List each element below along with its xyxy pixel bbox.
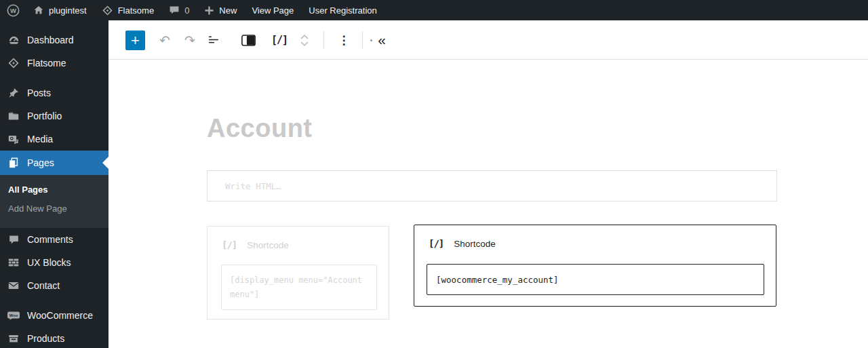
shortcode-icon: [/] xyxy=(222,239,237,250)
pages-submenu: All Pages Add New Page xyxy=(0,175,108,228)
wordpress-logo-icon: W xyxy=(7,4,20,17)
sidebar-item-label: UX Blocks xyxy=(27,257,71,268)
wordpress-menu[interactable]: W xyxy=(0,0,26,20)
sidebar-item-label: Pages xyxy=(27,157,54,168)
flatsome-diamond-icon xyxy=(7,56,20,70)
shortcode-textarea[interactable]: [display_menu menu="Account menu"] xyxy=(221,265,377,310)
sidebar-item-media[interactable]: Media xyxy=(0,128,108,151)
shortcode-block-header: [/] Shortcode xyxy=(429,238,496,249)
comments-bubble-icon xyxy=(7,233,20,246)
admin-bar: W plugintest Flatsome xyxy=(0,0,868,20)
editor-header: + ↶ ↷ [/] xyxy=(108,20,868,60)
undo-button[interactable]: ↶ xyxy=(156,31,174,49)
shortcode-block-header: [/] Shortcode xyxy=(222,239,289,250)
view-page-link[interactable]: View Page xyxy=(244,0,301,20)
shortcode-block-woocommerce-selected[interactable]: [/] Shortcode [woocommerce_my_account] xyxy=(414,225,776,307)
toolbar-separator xyxy=(323,31,324,49)
flatsome-menu[interactable]: Flatsome xyxy=(94,0,161,20)
sidebar-item-woocommerce[interactable]: Woo WooCommerce xyxy=(0,304,108,327)
pushpin-icon xyxy=(7,86,20,100)
shortcode-block-type-button[interactable]: [/] xyxy=(271,31,288,49)
user-registration-menu[interactable]: User Registration xyxy=(301,0,384,20)
new-content-menu[interactable]: New xyxy=(197,0,244,20)
plus-icon xyxy=(204,5,214,16)
move-down-chevron-icon xyxy=(300,41,309,47)
sidebar-item-dashboard[interactable]: Dashboard xyxy=(0,28,108,52)
sidebar-separator xyxy=(0,297,108,304)
envelope-icon xyxy=(7,279,20,292)
block-inserter-button[interactable]: + xyxy=(125,31,145,50)
pages-icon xyxy=(7,156,20,170)
block-mover-buttons[interactable] xyxy=(296,31,313,49)
admin-sidebar: Dashboard Flatsome Posts xyxy=(0,20,108,348)
sidebar-separator xyxy=(0,75,108,81)
sidebar-item-label: WooCommerce xyxy=(27,310,93,321)
site-name-label: plugintest xyxy=(49,5,87,16)
media-camera-icon xyxy=(7,132,20,146)
sidebar-item-label: Contact xyxy=(27,280,60,291)
sidebar-item-ux-blocks[interactable]: UX Blocks xyxy=(0,251,108,274)
sidebar-item-label: Media xyxy=(27,134,53,144)
sidebar-item-label: Dashboard xyxy=(27,35,74,45)
sidebar-item-flatsome[interactable]: Flatsome xyxy=(0,52,108,75)
drag-handle-dot[interactable] xyxy=(370,39,372,41)
comment-bubble-icon xyxy=(169,5,180,16)
sidebar-item-portfolio[interactable]: Portfolio xyxy=(0,104,108,128)
woo-badge-text: Woo xyxy=(9,313,18,317)
flatsome-diamond-icon xyxy=(102,5,113,16)
sidebar-item-label: Portfolio xyxy=(27,111,62,121)
current-item-arrow xyxy=(102,157,108,169)
shortcode-input[interactable]: [woocommerce_my_account] xyxy=(427,264,764,295)
document-overview-button[interactable] xyxy=(205,31,222,49)
shortcode-icon: [/] xyxy=(429,238,443,249)
list-view-icon xyxy=(206,33,221,47)
block-options-button[interactable]: ⋮ xyxy=(335,31,353,49)
collapse-block-tools-button[interactable]: « xyxy=(373,31,391,49)
sidebar-item-contact[interactable]: Contact xyxy=(0,274,108,297)
products-box-icon xyxy=(7,332,20,345)
submenu-add-new-page[interactable]: Add New Page xyxy=(0,199,108,218)
new-label: New xyxy=(219,5,237,16)
shortcode-block-label: Shortcode xyxy=(247,240,289,250)
move-up-chevron-icon xyxy=(300,34,309,40)
wordpress-w-glyph: W xyxy=(10,6,16,14)
parent-columns-block-button[interactable] xyxy=(239,31,257,49)
sidebar-item-comments[interactable]: Comments xyxy=(0,228,108,251)
shortcode-block-label: Shortcode xyxy=(454,239,496,249)
wordpress-admin-screen: W plugintest Flatsome xyxy=(0,0,868,348)
submenu-all-pages[interactable]: All Pages xyxy=(0,180,108,199)
shortcode-block-display-menu[interactable]: [/] Shortcode [display_menu menu="Accoun… xyxy=(207,226,389,320)
html-block-placeholder: Write HTML… xyxy=(225,181,281,191)
columns-block-icon xyxy=(241,35,256,46)
portfolio-folder-icon xyxy=(7,109,20,123)
sidebar-item-posts[interactable]: Posts xyxy=(0,81,108,104)
sidebar-item-pages[interactable]: Pages xyxy=(0,151,108,175)
sidebar-item-label: Posts xyxy=(27,88,51,98)
toolbar-separator xyxy=(362,31,363,49)
home-icon xyxy=(33,5,44,16)
woocommerce-badge-icon: Woo xyxy=(7,309,20,322)
comment-count: 0 xyxy=(184,5,189,16)
post-title[interactable]: Account xyxy=(207,114,313,143)
comments-admin-menu[interactable]: 0 xyxy=(161,0,197,20)
sidebar-item-label: Comments xyxy=(27,234,73,245)
sidebar-item-label: Products xyxy=(27,333,64,344)
sidebar-item-label: Flatsome xyxy=(27,58,66,69)
ux-blocks-bricks-icon xyxy=(7,256,20,269)
dashboard-gauge-icon xyxy=(7,33,20,47)
custom-html-block[interactable]: Write HTML… xyxy=(207,170,777,201)
redo-button[interactable]: ↷ xyxy=(181,31,199,49)
user-registration-label: User Registration xyxy=(309,5,376,16)
site-name-menu[interactable]: plugintest xyxy=(26,0,94,20)
sidebar-item-products[interactable]: Products xyxy=(0,327,108,348)
view-page-label: View Page xyxy=(252,5,294,16)
flatsome-label: Flatsome xyxy=(118,5,154,16)
